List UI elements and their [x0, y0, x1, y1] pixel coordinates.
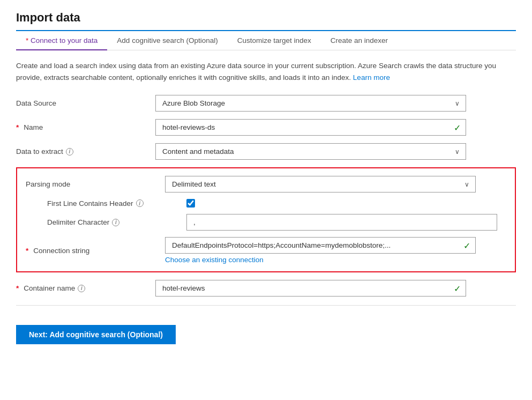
data-source-select[interactable]: Azure Blob Storage Azure SQL Database Az…	[155, 95, 466, 112]
connection-string-label: * Connection string	[26, 247, 165, 255]
parsing-mode-row: Parsing mode Delimited text Default JSON…	[26, 176, 506, 192]
parsing-mode-select-wrapper: Delimited text Default JSON JSON array J…	[165, 176, 476, 192]
data-extract-select[interactable]: Content and metadata Storage metadata Al…	[155, 143, 466, 160]
form-section: Data Source Azure Blob Storage Azure SQL…	[16, 95, 516, 297]
parsing-mode-select[interactable]: Delimited text Default JSON JSON array J…	[165, 176, 476, 192]
first-line-checkbox[interactable]	[186, 199, 195, 208]
connection-required-star: *	[26, 247, 28, 255]
delimiter-info-icon: i	[112, 219, 119, 226]
data-source-label: Data Source	[16, 99, 155, 107]
choose-connection-link[interactable]: Choose an existing connection	[165, 256, 476, 264]
first-line-checkbox-wrapper	[186, 199, 497, 208]
data-source-control: Azure Blob Storage Azure SQL Database Az…	[155, 95, 466, 112]
footer-divider	[16, 305, 516, 306]
container-name-input-wrapper: ✓	[155, 280, 466, 297]
tab-indexer[interactable]: Create an indexer	[321, 31, 398, 50]
first-line-header-control	[186, 199, 497, 208]
tab-bar: Connect to your data Add cognitive searc…	[16, 31, 516, 50]
page-title: Import data	[16, 11, 516, 25]
delimiter-control	[186, 214, 497, 231]
first-line-info-icon: i	[136, 199, 144, 207]
connection-string-row: * Connection string ✓ Choose an existing…	[26, 237, 506, 264]
connection-string-wrapper: ✓	[165, 237, 476, 254]
name-required-star: *	[16, 123, 19, 131]
data-source-row: Data Source Azure Blob Storage Azure SQL…	[16, 95, 516, 112]
next-button[interactable]: Next: Add cognitive search (Optional)	[16, 325, 176, 344]
tab-connect[interactable]: Connect to your data	[16, 31, 107, 50]
connection-string-control: ✓ Choose an existing connection	[165, 237, 476, 264]
tab-customize[interactable]: Customize target index	[228, 31, 321, 50]
container-info-icon: i	[78, 285, 85, 292]
data-extract-control: Content and metadata Storage metadata Al…	[155, 143, 466, 160]
data-source-select-wrapper: Azure Blob Storage Azure SQL Database Az…	[155, 95, 466, 112]
container-name-control: ✓	[155, 280, 466, 297]
name-input[interactable]	[155, 119, 466, 136]
parsing-mode-label: Parsing mode	[26, 180, 165, 188]
description-text: Create and load a search index using dat…	[16, 60, 516, 83]
container-name-row: * Container name i ✓	[16, 280, 516, 297]
name-control: ✓	[155, 119, 466, 136]
delimiter-input[interactable]	[186, 214, 497, 231]
container-required-star: *	[16, 284, 19, 292]
first-line-header-label: First Line Contains Header i	[47, 199, 186, 208]
data-extract-row: Data to extract i Content and metadata S…	[16, 143, 516, 160]
name-row: * Name ✓	[16, 119, 516, 136]
learn-more-link[interactable]: Learn more	[353, 73, 390, 82]
tab-cognitive[interactable]: Add cognitive search (Optional)	[107, 31, 227, 50]
delimiter-row: Delimiter Character i	[26, 214, 506, 231]
name-valid-icon: ✓	[454, 122, 461, 132]
first-line-header-row: First Line Contains Header i	[26, 199, 506, 208]
data-extract-label: Data to extract i	[16, 147, 155, 155]
name-label: * Name	[16, 123, 155, 131]
parsing-mode-control: Delimited text Default JSON JSON array J…	[165, 176, 476, 192]
delimiter-label: Delimiter Character i	[47, 218, 186, 226]
connection-string-input[interactable]	[165, 237, 476, 254]
name-input-wrapper: ✓	[155, 119, 466, 136]
container-name-label: * Container name i	[16, 284, 155, 292]
container-name-input[interactable]	[155, 280, 466, 297]
container-valid-icon: ✓	[454, 283, 461, 293]
highlighted-section: Parsing mode Delimited text Default JSON…	[16, 167, 516, 272]
connection-valid-icon: ✓	[463, 240, 470, 250]
data-extract-info-icon: i	[66, 148, 73, 155]
data-extract-select-wrapper: Content and metadata Storage metadata Al…	[155, 143, 466, 160]
